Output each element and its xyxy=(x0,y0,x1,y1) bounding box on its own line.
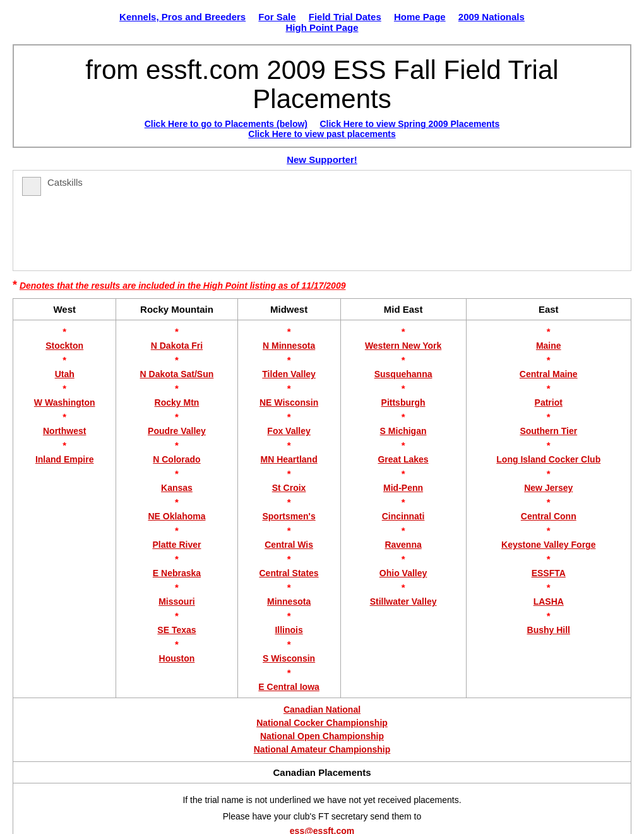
link-stillwater-valley[interactable]: Stillwater Valley xyxy=(346,595,461,608)
link-national-open[interactable]: National Open Championship xyxy=(20,730,624,743)
col-header-mideast: Mid East xyxy=(340,299,466,320)
link-national-amateur[interactable]: National Amateur Championship xyxy=(20,743,624,756)
nav-forsale[interactable]: For Sale xyxy=(258,11,295,22)
link-n-minnesota[interactable]: N Minnesota xyxy=(243,339,335,353)
link-se-texas[interactable]: SE Texas xyxy=(121,624,232,637)
link-placements-below[interactable]: Click Here to go to Placements (below) xyxy=(145,119,307,129)
link-e-central-iowa[interactable]: E Central Iowa xyxy=(243,680,335,694)
link-long-island[interactable]: Long Island Cocker Club xyxy=(472,453,626,466)
note-text2: Please have your club's FT secretary sen… xyxy=(223,811,421,821)
link-essfta[interactable]: ESSFTA xyxy=(472,567,626,580)
asterisk-note-text: Denotes that the results are included in… xyxy=(20,281,346,291)
link-inland-empire[interactable]: Inland Empire xyxy=(18,453,110,466)
link-lasha[interactable]: LASHA xyxy=(472,595,626,608)
link-canadian-national[interactable]: Canadian National xyxy=(20,703,624,716)
nav-homepage[interactable]: Home Page xyxy=(394,11,446,22)
link-s-michigan[interactable]: S Michigan xyxy=(346,425,461,438)
col-midwest: * N Minnesota * Tilden Valley * NE Wisco… xyxy=(237,320,340,698)
link-past-placements[interactable]: Click Here to view past placements xyxy=(248,129,395,139)
link-ohio-valley[interactable]: Ohio Valley xyxy=(346,567,461,580)
note-text1: If the trial name is not underlined we h… xyxy=(182,795,461,805)
link-ne-oklahoma[interactable]: NE Oklahoma xyxy=(121,510,232,523)
col-west: * Stockton * Utah * W Washington * North… xyxy=(13,320,116,698)
nationals-row: Canadian National National Cocker Champi… xyxy=(13,698,631,762)
link-great-lakes[interactable]: Great Lakes xyxy=(346,453,461,466)
col-mideast: * Western New York * Susquehanna * Pitts… xyxy=(340,320,466,698)
col-east: * Maine * Central Maine * Patriot * Sout… xyxy=(466,320,631,698)
link-northwest[interactable]: Northwest xyxy=(18,425,110,438)
link-illinois[interactable]: Illinois xyxy=(243,624,335,637)
link-minnesota[interactable]: Minnesota xyxy=(243,595,335,608)
link-central-maine[interactable]: Central Maine xyxy=(472,368,626,381)
link-mn-heartland[interactable]: MN Heartland xyxy=(243,453,335,466)
link-sportsmens[interactable]: Sportsmen's xyxy=(243,510,335,523)
canadian-placements-row: Canadian Placements xyxy=(13,762,631,783)
link-bushy-hill[interactable]: Bushy Hill xyxy=(472,624,626,637)
catskills-box: Catskills xyxy=(13,170,631,271)
link-central-wis[interactable]: Central Wis xyxy=(243,538,335,552)
col-rocky: * N Dakota Fri * N Dakota Sat/Sun * Rock… xyxy=(116,320,237,698)
placements-table: West Rocky Mountain Midwest Mid East Eas… xyxy=(13,298,631,834)
link-n-colorado[interactable]: N Colorado xyxy=(121,453,232,466)
link-houston[interactable]: Houston xyxy=(121,652,232,665)
link-stockton[interactable]: Stockton xyxy=(18,339,110,353)
link-central-conn[interactable]: Central Conn xyxy=(472,510,626,523)
link-mid-penn[interactable]: Mid-Penn xyxy=(346,481,461,495)
catskills-image xyxy=(22,177,41,196)
link-utah[interactable]: Utah xyxy=(18,368,110,381)
link-kansas[interactable]: Kansas xyxy=(121,481,232,495)
link-ravenna[interactable]: Ravenna xyxy=(346,538,461,552)
link-ndakota-fri[interactable]: N Dakota Fri xyxy=(121,339,232,353)
col-header-east: East xyxy=(466,299,631,320)
note-cell: If the trial name is not underlined we h… xyxy=(13,783,631,834)
link-southern-tier[interactable]: Southern Tier xyxy=(472,425,626,438)
new-supporter-section: New Supporter! xyxy=(13,154,631,165)
link-poudre-valley[interactable]: Poudre Valley xyxy=(121,425,232,438)
main-links: Click Here to go to Placements (below) C… xyxy=(27,119,617,139)
main-header-box: from essft.com 2009 ESS Fall Field Trial… xyxy=(13,44,631,148)
link-st-croix[interactable]: St Croix xyxy=(243,481,335,495)
link-western-ny[interactable]: Western New York xyxy=(346,339,461,353)
link-susquehanna[interactable]: Susquehanna xyxy=(346,368,461,381)
link-fox-valley[interactable]: Fox Valley xyxy=(243,425,335,438)
link-ndakota-sat[interactable]: N Dakota Sat/Sun xyxy=(121,368,232,381)
link-keystone[interactable]: Keystone Valley Forge xyxy=(472,538,626,552)
new-supporter-link[interactable]: New Supporter! xyxy=(287,154,357,165)
link-patriot[interactable]: Patriot xyxy=(472,396,626,409)
nav-highpoint[interactable]: High Point Page xyxy=(285,22,358,33)
note-row: If the trial name is not underlined we h… xyxy=(13,783,631,834)
link-central-states[interactable]: Central States xyxy=(243,567,335,580)
link-maine[interactable]: Maine xyxy=(472,339,626,353)
link-new-jersey[interactable]: New Jersey xyxy=(472,481,626,495)
link-national-cocker[interactable]: National Cocker Championship xyxy=(20,716,624,730)
asterisk-note: * Denotes that the results are included … xyxy=(13,279,631,292)
col-header-midwest: Midwest xyxy=(237,299,340,320)
nav-nationals[interactable]: 2009 Nationals xyxy=(458,11,525,22)
canadian-placements-cell: Canadian Placements xyxy=(13,762,631,783)
link-missouri[interactable]: Missouri xyxy=(121,595,232,608)
catskills-label: Catskills xyxy=(47,177,83,188)
col-header-rocky: Rocky Mountain xyxy=(116,299,237,320)
link-pittsburgh[interactable]: Pittsburgh xyxy=(346,396,461,409)
table-row-main: * Stockton * Utah * W Washington * North… xyxy=(13,320,631,698)
link-rocky-mtn[interactable]: Rocky Mtn xyxy=(121,396,232,409)
link-e-nebraska[interactable]: E Nebraska xyxy=(121,567,232,580)
link-s-wisconsin[interactable]: S Wisconsin xyxy=(243,652,335,665)
nav-kennels[interactable]: Kennels, Pros and Breeders xyxy=(119,11,246,22)
note-email[interactable]: ess@essft.com xyxy=(26,825,618,834)
link-platte-river[interactable]: Platte River xyxy=(121,538,232,552)
col-header-west: West xyxy=(13,299,116,320)
link-ne-wisconsin[interactable]: NE Wisconsin xyxy=(243,396,335,409)
link-spring-2009[interactable]: Click Here to view Spring 2009 Placement… xyxy=(319,119,499,129)
link-cincinnati[interactable]: Cincinnati xyxy=(346,510,461,523)
nav-fieldtrial[interactable]: Field Trial Dates xyxy=(309,11,381,22)
nav-bar: Kennels, Pros and Breeders For Sale Fiel… xyxy=(13,6,631,37)
link-w-washington[interactable]: W Washington xyxy=(18,396,110,409)
page-title: from essft.com 2009 ESS Fall Field Trial… xyxy=(27,56,617,114)
nationals-cell: Canadian National National Cocker Champi… xyxy=(13,698,631,762)
red-star-icon: * xyxy=(13,279,17,291)
link-tilden-valley[interactable]: Tilden Valley xyxy=(243,368,335,381)
